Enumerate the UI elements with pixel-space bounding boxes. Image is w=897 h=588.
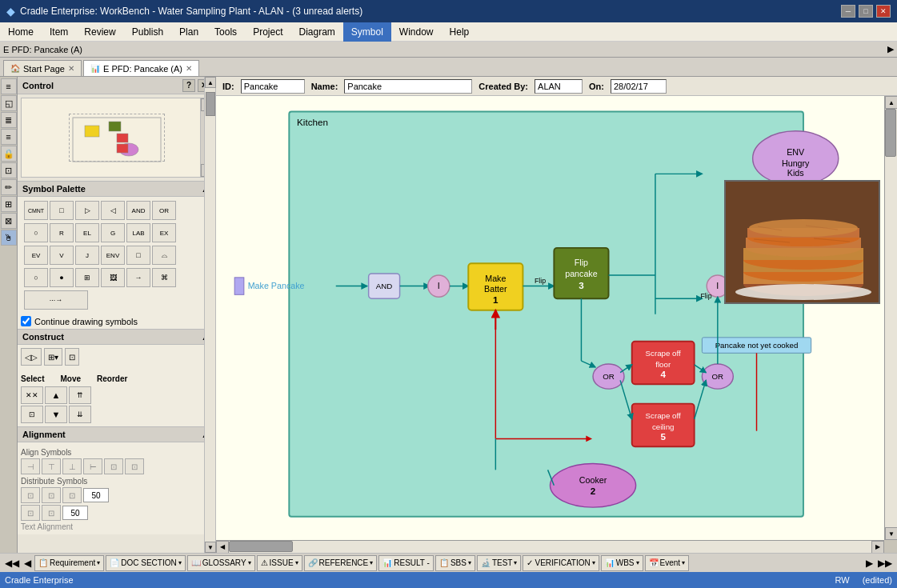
sym-triangle-r[interactable]: ▷ xyxy=(75,201,99,220)
nav-icon-4[interactable]: ≡ xyxy=(1,129,17,145)
sym-circle[interactable]: ○ xyxy=(24,223,48,242)
nav-icon-1[interactable]: ≡ xyxy=(1,78,17,94)
smr-btn-reorder-top[interactable]: ⇈ xyxy=(69,386,91,404)
align-top[interactable]: ⊤ xyxy=(42,458,61,474)
nav-icon-3[interactable]: ≣ xyxy=(1,112,17,128)
nav-icon-6[interactable]: ⊡ xyxy=(1,162,17,178)
construct-btn-3[interactable]: ⊡ xyxy=(65,348,79,366)
bottom-btn-sbs[interactable]: 📋 SBS ▾ xyxy=(435,555,475,571)
dist-btn-2[interactable]: ⊡ xyxy=(42,487,61,503)
nav-icon-2[interactable]: ◱ xyxy=(1,95,17,111)
bottom-btn-reference[interactable]: 🔗 REFERENCE ▾ xyxy=(304,555,378,571)
sym-lab[interactable]: LAB xyxy=(126,223,150,242)
bottom-btn-test[interactable]: 🔬 TEST ▾ xyxy=(477,555,522,571)
construct-header[interactable]: Construct ▲ xyxy=(18,329,215,345)
tab-pfd-pancake[interactable]: 📊 E PFD: Pancake (A) ✕ xyxy=(83,60,199,76)
menu-item[interactable]: Item xyxy=(42,22,76,42)
nav-icon-8[interactable]: ⊞ xyxy=(1,196,17,212)
sym-env[interactable]: ENV xyxy=(101,246,125,265)
dist-v-input[interactable] xyxy=(62,506,88,520)
sym-r[interactable]: R xyxy=(50,223,74,242)
tab-start-page[interactable]: 🏠 Start Page ✕ xyxy=(3,60,82,76)
date-input[interactable] xyxy=(611,79,667,94)
help-icon[interactable]: ? xyxy=(182,79,195,92)
sym-el[interactable]: EL xyxy=(75,223,99,242)
nav-icon-9[interactable]: ⊠ xyxy=(1,213,17,229)
menu-home[interactable]: Home xyxy=(0,22,42,42)
menu-tools[interactable]: Tools xyxy=(206,22,245,42)
diagram-scroll-thumb-v[interactable] xyxy=(885,109,896,157)
menu-publish[interactable]: Publish xyxy=(124,22,171,42)
dist-btn-1[interactable]: ⊡ xyxy=(21,487,40,503)
smr-btn-move-up[interactable]: ▲ xyxy=(45,386,67,404)
smr-btn-move-down[interactable]: ▼ xyxy=(45,406,67,423)
sym-arrow[interactable]: → xyxy=(126,268,150,287)
dist-btn-3[interactable]: ⊡ xyxy=(62,487,82,503)
created-input[interactable] xyxy=(535,79,583,94)
sym-ex[interactable]: EX xyxy=(152,223,176,242)
bottom-btn-result[interactable]: 📊 RESULT - xyxy=(378,555,434,571)
bottom-nav-right2[interactable]: ▶▶ xyxy=(876,558,894,569)
left-scroll-up[interactable]: ▲ xyxy=(205,77,216,88)
sym-grid[interactable]: ⊞ xyxy=(75,268,99,287)
sym-filled-circle[interactable]: ● xyxy=(50,268,74,287)
menu-plan[interactable]: Plan xyxy=(171,22,206,42)
alignment-header[interactable]: Alignment ▲ xyxy=(18,426,215,442)
diagram-scroll-down[interactable]: ▼ xyxy=(885,527,897,540)
id-input[interactable] xyxy=(241,79,305,94)
nav-icon-7[interactable]: ✏ xyxy=(1,179,17,195)
smr-btn-deselect[interactable]: ⊡ xyxy=(21,406,43,423)
bottom-btn-issue[interactable]: ⚠ ISSUE ▾ xyxy=(257,555,302,571)
align-left[interactable]: ⊣ xyxy=(21,458,40,474)
diagram-scroll-left[interactable]: ◀ xyxy=(216,541,229,554)
bottom-btn-wbs[interactable]: 📊 WBS ▾ xyxy=(601,555,643,571)
nav-icon-5[interactable]: 🔒 xyxy=(1,146,17,162)
diagram-scroll-right[interactable]: ▶ xyxy=(871,541,884,554)
nav-icon-10[interactable]: 🖱 xyxy=(1,230,17,246)
sym-dashed-arrow[interactable]: ···→ xyxy=(24,290,88,310)
sym-rect2[interactable]: □ xyxy=(126,246,150,265)
bottom-nav-left1[interactable]: ◀◀ xyxy=(3,558,21,569)
menu-diagram[interactable]: Diagram xyxy=(290,22,342,42)
sym-or[interactable]: OR xyxy=(152,201,176,220)
bottom-btn-verification[interactable]: ✓ VERIFICATION ▾ xyxy=(523,555,599,571)
sym-j[interactable]: J xyxy=(75,246,99,265)
diagram-scroll-up[interactable]: ▲ xyxy=(885,96,897,109)
smr-btn-select-all[interactable]: ✕✕ xyxy=(21,386,43,404)
name-input[interactable] xyxy=(344,79,472,94)
menu-review[interactable]: Review xyxy=(76,22,123,42)
sym-g[interactable]: G xyxy=(101,223,125,242)
bottom-btn-event[interactable]: 📅 Event ▾ xyxy=(645,555,690,571)
sym-and[interactable]: AND xyxy=(126,201,150,220)
sym-cmnt[interactable]: CMNT xyxy=(24,201,48,220)
align-center-v[interactable]: ⊡ xyxy=(125,458,144,474)
sym-triangle-l[interactable]: ◁ xyxy=(101,201,125,220)
menu-help[interactable]: Help xyxy=(442,22,478,42)
bottom-btn-doc-section[interactable]: 📄 DOC SECTION ▾ xyxy=(106,555,185,571)
maximize-button[interactable]: □ xyxy=(859,5,873,18)
construct-btn-1[interactable]: ◁▷ xyxy=(21,348,42,366)
close-button[interactable]: ✕ xyxy=(876,5,891,18)
menu-symbol[interactable]: Symbol xyxy=(343,22,391,42)
minimize-button[interactable]: ─ xyxy=(841,5,855,18)
sym-hex[interactable]: ⌓ xyxy=(152,246,176,265)
continue-drawing-checkbox[interactable] xyxy=(21,316,31,326)
menu-window[interactable]: Window xyxy=(391,22,442,42)
sym-v[interactable]: V xyxy=(50,246,74,265)
symbol-palette-header[interactable]: Symbol Palette ▲ xyxy=(18,181,215,197)
dist-btn-5[interactable]: ⊡ xyxy=(42,505,61,521)
dist-btn-4[interactable]: ⊡ xyxy=(21,505,40,521)
tab-start-page-close[interactable]: ✕ xyxy=(68,64,74,73)
bottom-btn-requirement[interactable]: 📋 Requirement ▾ xyxy=(34,555,104,571)
align-right[interactable]: ⊢ xyxy=(83,458,102,474)
left-scroll-thumb[interactable] xyxy=(206,92,215,116)
bottom-nav-right1[interactable]: ▶ xyxy=(864,558,875,569)
diagram-scroll-thumb-h[interactable] xyxy=(229,541,293,552)
dist-h-input[interactable] xyxy=(83,488,109,502)
menu-project[interactable]: Project xyxy=(245,22,290,42)
sym-rect[interactable]: □ xyxy=(50,201,74,220)
bottom-btn-glossary[interactable]: 📖 GLOSSARY ▾ xyxy=(187,555,255,571)
bottom-nav-left2[interactable]: ◀ xyxy=(22,558,33,569)
sym-compound[interactable]: ⌘ xyxy=(152,268,176,287)
align-center-h[interactable]: ⊡ xyxy=(104,458,123,474)
